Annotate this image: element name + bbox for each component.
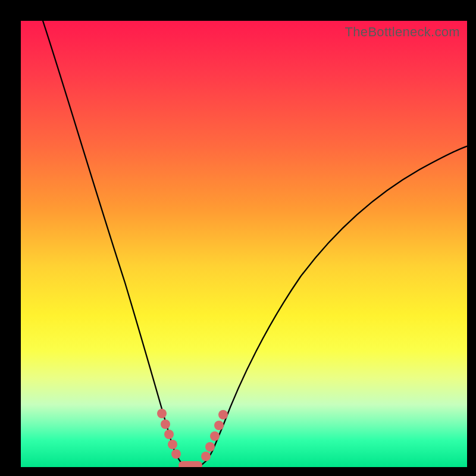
marker-dot: [205, 442, 215, 452]
left-marker-group: [157, 409, 181, 459]
bottleneck-curve: [21, 21, 467, 467]
marker-dot: [157, 409, 167, 418]
marker-dot: [171, 449, 181, 459]
watermark-label: TheBottleneck.com: [345, 24, 460, 40]
marker-dot: [161, 419, 170, 429]
marker-dot: [201, 452, 211, 461]
right-marker-group: [201, 410, 228, 461]
marker-dot: [218, 410, 228, 419]
plot-area: TheBottleneck.com: [21, 21, 467, 467]
marker-dot: [164, 430, 174, 439]
marker-dot: [214, 421, 224, 430]
chart-frame: TheBottleneck.com: [0, 0, 476, 476]
marker-dot: [210, 431, 220, 441]
optimal-range-bar: [178, 461, 202, 467]
curve-path: [43, 21, 467, 466]
marker-dot: [168, 440, 177, 449]
